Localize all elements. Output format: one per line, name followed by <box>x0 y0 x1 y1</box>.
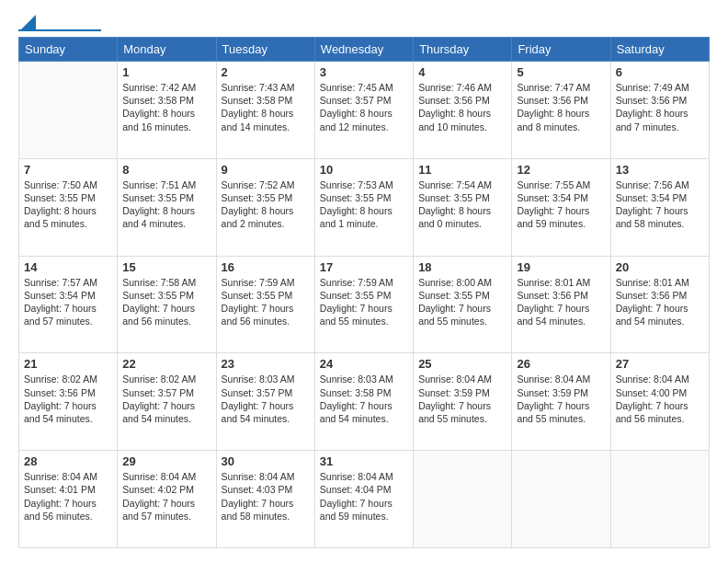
day-number: 18 <box>418 260 506 274</box>
cell-line: Sunrise: 7:52 AM <box>222 178 310 191</box>
cell-line: Daylight: 7 hours <box>418 302 506 315</box>
cell-line: Sunrise: 7:47 AM <box>517 81 605 94</box>
calendar-cell: 19Sunrise: 8:01 AMSunset: 3:56 PMDayligh… <box>512 256 610 353</box>
day-number: 5 <box>517 65 605 79</box>
cell-line: Sunset: 3:55 PM <box>222 289 310 302</box>
cell-line: and 16 minutes. <box>122 121 210 133</box>
cell-line: Daylight: 7 hours <box>320 497 408 510</box>
cell-line: Sunset: 3:56 PM <box>616 94 704 107</box>
cell-line: Sunset: 3:55 PM <box>122 289 210 302</box>
cell-line: and 54 minutes. <box>24 412 112 425</box>
cell-line: and 54 minutes. <box>517 315 605 327</box>
cell-line: Sunset: 3:55 PM <box>418 289 506 302</box>
cell-line: Sunset: 4:00 PM <box>616 386 704 399</box>
day-number: 1 <box>122 65 210 79</box>
cell-line: Sunrise: 8:01 AM <box>517 276 605 289</box>
weekday-header-monday: Monday <box>118 38 216 62</box>
cell-line: Sunrise: 8:04 AM <box>517 373 605 385</box>
cell-line: Daylight: 7 hours <box>517 399 605 412</box>
cell-line: Daylight: 8 hours <box>320 107 408 120</box>
cell-line: Sunrise: 8:04 AM <box>24 470 112 483</box>
cell-line: Daylight: 8 hours <box>418 204 506 217</box>
weekday-header-thursday: Thursday <box>414 38 512 62</box>
cell-line: Sunset: 3:54 PM <box>517 191 605 204</box>
cell-line: and 54 minutes. <box>122 412 210 425</box>
cell-line: Sunrise: 7:46 AM <box>418 81 506 94</box>
cell-line: and 58 minutes. <box>616 217 704 230</box>
day-number: 8 <box>122 163 210 177</box>
cell-line: Daylight: 7 hours <box>222 399 310 412</box>
cell-line: Sunset: 3:55 PM <box>222 191 310 204</box>
cell-line: Sunrise: 7:56 AM <box>616 178 704 191</box>
day-number: 31 <box>320 454 408 468</box>
calendar-cell: 14Sunrise: 7:57 AMSunset: 3:54 PMDayligh… <box>19 256 118 353</box>
calendar-header-row: SundayMondayTuesdayWednesdayThursdayFrid… <box>19 38 710 62</box>
cell-line: Sunset: 3:59 PM <box>517 386 605 399</box>
cell-line: and 55 minutes. <box>418 315 506 327</box>
weekday-header-friday: Friday <box>512 38 610 62</box>
cell-line: Sunset: 4:01 PM <box>24 483 112 496</box>
cell-line: Daylight: 8 hours <box>222 107 310 120</box>
cell-line: and 12 minutes. <box>320 121 408 133</box>
cell-line: Sunrise: 8:04 AM <box>320 470 408 483</box>
cell-line: Sunrise: 7:58 AM <box>122 276 210 289</box>
day-number: 15 <box>122 260 210 274</box>
calendar-cell: 10Sunrise: 7:53 AMSunset: 3:55 PMDayligh… <box>314 158 413 256</box>
calendar-cell: 5Sunrise: 7:47 AMSunset: 3:56 PMDaylight… <box>512 62 610 159</box>
weekday-header-sunday: Sunday <box>19 38 118 62</box>
calendar-cell: 12Sunrise: 7:55 AMSunset: 3:54 PMDayligh… <box>512 158 610 256</box>
calendar-cell: 29Sunrise: 8:04 AMSunset: 4:02 PMDayligh… <box>118 451 216 548</box>
cell-line: and 58 minutes. <box>222 510 310 523</box>
cell-line: and 14 minutes. <box>222 121 310 133</box>
cell-line: and 56 minutes. <box>222 315 310 327</box>
cell-line: Sunrise: 7:42 AM <box>122 81 210 94</box>
calendar-cell: 23Sunrise: 8:03 AMSunset: 3:57 PMDayligh… <box>216 353 314 451</box>
cell-line: Sunrise: 8:04 AM <box>418 373 506 385</box>
day-number: 25 <box>418 357 506 371</box>
calendar-cell: 17Sunrise: 7:59 AMSunset: 3:55 PMDayligh… <box>314 256 413 353</box>
cell-line: Daylight: 7 hours <box>24 302 112 315</box>
day-number: 30 <box>222 454 310 468</box>
cell-line: Sunrise: 7:43 AM <box>222 81 310 94</box>
cell-line: and 54 minutes. <box>320 412 408 425</box>
calendar-cell: 3Sunrise: 7:45 AMSunset: 3:57 PMDaylight… <box>314 62 413 159</box>
cell-line: Daylight: 8 hours <box>616 107 704 120</box>
cell-line: Daylight: 8 hours <box>517 107 605 120</box>
cell-line: and 5 minutes. <box>24 217 112 230</box>
cell-line: and 55 minutes. <box>517 412 605 425</box>
cell-line: Sunrise: 7:50 AM <box>24 178 112 191</box>
cell-line: Daylight: 7 hours <box>320 302 408 315</box>
cell-line: Sunset: 3:56 PM <box>517 289 605 302</box>
calendar-cell: 25Sunrise: 8:04 AMSunset: 3:59 PMDayligh… <box>414 353 512 451</box>
cell-line: and 56 minutes. <box>24 510 112 523</box>
cell-line: and 55 minutes. <box>418 412 506 425</box>
calendar-cell: 11Sunrise: 7:54 AMSunset: 3:55 PMDayligh… <box>414 158 512 256</box>
cell-line: Sunrise: 8:03 AM <box>320 373 408 385</box>
cell-line: Sunset: 3:54 PM <box>24 289 112 302</box>
calendar-cell <box>414 451 512 548</box>
cell-line: Sunset: 3:55 PM <box>24 191 112 204</box>
cell-line: Sunset: 3:57 PM <box>122 386 210 399</box>
cell-line: and 57 minutes. <box>122 510 210 523</box>
day-number: 23 <box>222 357 310 371</box>
cell-line: Sunrise: 8:03 AM <box>222 373 310 385</box>
calendar-cell: 4Sunrise: 7:46 AMSunset: 3:56 PMDaylight… <box>414 62 512 159</box>
cell-line: Sunrise: 8:00 AM <box>418 276 506 289</box>
calendar-week-row: 1Sunrise: 7:42 AMSunset: 3:58 PMDaylight… <box>19 62 710 159</box>
cell-line: Sunset: 3:56 PM <box>418 94 506 107</box>
cell-line: Sunset: 3:59 PM <box>418 386 506 399</box>
calendar-cell: 31Sunrise: 8:04 AMSunset: 4:04 PMDayligh… <box>314 451 413 548</box>
cell-line: Sunrise: 7:57 AM <box>24 276 112 289</box>
cell-line: Daylight: 8 hours <box>418 107 506 120</box>
calendar-cell <box>610 451 709 548</box>
cell-line: Sunset: 3:58 PM <box>222 94 310 107</box>
cell-line: Sunrise: 7:54 AM <box>418 178 506 191</box>
cell-line: and 0 minutes. <box>418 217 506 230</box>
cell-line: Sunrise: 8:01 AM <box>616 276 704 289</box>
calendar-cell: 26Sunrise: 8:04 AMSunset: 3:59 PMDayligh… <box>512 353 610 451</box>
cell-line: Daylight: 7 hours <box>222 497 310 510</box>
day-number: 9 <box>222 163 310 177</box>
cell-line: Daylight: 7 hours <box>122 302 210 315</box>
cell-line: Sunset: 3:55 PM <box>320 191 408 204</box>
calendar-cell: 6Sunrise: 7:49 AMSunset: 3:56 PMDaylight… <box>610 62 709 159</box>
